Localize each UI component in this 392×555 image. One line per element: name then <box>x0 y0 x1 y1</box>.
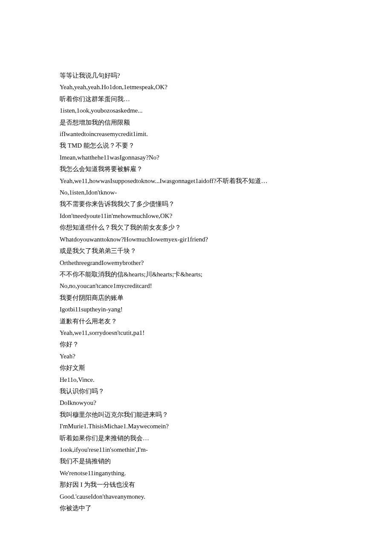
text-line: 那好因 I 为我一分钱也没有 <box>60 479 332 491</box>
document-body: 等等让我说几句好吗?Yeah,yeah,yeah.Ho1don,1etmespe… <box>0 0 392 555</box>
text-line: We'renotse11inganything. <box>60 468 332 479</box>
text-line: He11o,Vince. <box>60 374 332 386</box>
text-line: 1ook,ifyou'rese11in'somethin',I'm- <box>60 444 332 456</box>
text-line: 等等让我说几句好吗? <box>60 70 332 81</box>
text-line: I'mMurie1.ThisisMichae1.Maywecomein? <box>60 421 332 432</box>
text-line: 或是我欠了我弟弟三千块？ <box>60 245 332 257</box>
text-line: 我叫穆里尔他叫迈克尔我们能进来吗？ <box>60 409 332 421</box>
text-line: 我不需要你来告诉我我欠了多少债懂吗？ <box>60 198 332 210</box>
text-line: Yeah,we11,howwasIsupposedtoknow...Iwasgo… <box>60 175 332 187</box>
text-line: 你想知道些什么？我欠了我的前女友多少？ <box>60 222 332 233</box>
text-line: 不不你不能取消我的信&hearts;川&hearts;卡&hearts; <box>60 269 332 280</box>
text-line: 听着你们这群笨蛋问我… <box>60 93 332 105</box>
text-line: ifIwantedtoincreasemycredit1imit. <box>60 128 332 140</box>
text-line: 我怎么会知道我将要被解雇？ <box>60 163 332 175</box>
text-line: 听着如果你们是来推销的我会… <box>60 433 332 444</box>
text-line: 你好？ <box>60 339 332 350</box>
text-line: No,no,youcan'tcance1mycreditcard! <box>60 280 332 292</box>
text-line: 道歉有什么用老友？ <box>60 316 332 327</box>
text-line: Idon'tneedyoute11in'mehowmuchIowe,OK? <box>60 210 332 222</box>
text-line: 我 TMD 能怎么说？不要？ <box>60 140 332 151</box>
text-line: DoIknowyou? <box>60 397 332 409</box>
text-line: 我们不是搞推销的 <box>60 456 332 467</box>
text-line: Yeah? <box>60 351 332 362</box>
text-line: Good.'causeIdon'thaveanymoney. <box>60 491 332 503</box>
text-line: Yeah,we11,sorrydoesn'tcutit,pa1! <box>60 327 332 339</box>
text-line: 1isten,1ook,youbozosaskedme... <box>60 105 332 116</box>
text-line: No,1isten,Idon'tknow- <box>60 187 332 198</box>
text-line: 你被选中了 <box>60 503 332 514</box>
text-line: Yeah,yeah,yeah.Ho1don,1etmespeak,OK? <box>60 81 332 93</box>
text-line: Igotbi11suptheyin-yang! <box>60 304 332 315</box>
text-line: 你好文斯 <box>60 362 332 374</box>
text-line: OrthethreegrandIowemybrother? <box>60 257 332 269</box>
text-line: Whatdoyouwanttoknow?HowmuchIowemyex-gir1… <box>60 234 332 245</box>
text-line: 我要付阴阳商店的账单 <box>60 292 332 304</box>
text-line: Imean,whatthehe11wasIgonnasay?No? <box>60 152 332 163</box>
text-line: 我认识你们吗？ <box>60 386 332 397</box>
text-line: 是否想增加我的信用限额 <box>60 117 332 128</box>
